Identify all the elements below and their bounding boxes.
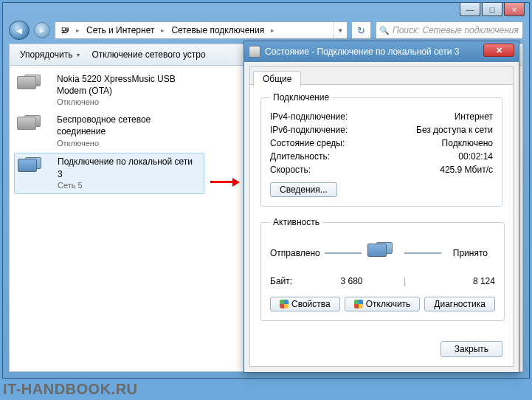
network-adapter-icon	[17, 114, 49, 142]
disable-button[interactable]: Отключить	[345, 297, 421, 311]
chevron-right-icon[interactable]: ▸	[75, 27, 81, 34]
dialog-body: Общие Подключение IPv4-подключение:Интер…	[249, 66, 514, 367]
diagnostics-button[interactable]: Диагностика	[424, 297, 495, 311]
properties-button[interactable]: Свойства	[270, 297, 340, 311]
breadcrumb[interactable]: 🖳 ▸ Сеть и Интернет ▸ Сетевые подключени…	[55, 21, 348, 39]
network-adapter-icon	[17, 73, 49, 101]
status-dialog: Состояние - Подключение по локальной сет…	[243, 41, 519, 373]
speed-value: 425.9 Мбит/с	[440, 165, 493, 175]
nav-forward-button[interactable]: ►	[34, 22, 50, 38]
network-adapter-icon	[18, 156, 50, 184]
annotation-arrow-icon	[210, 178, 240, 187]
connection-title: Беспроводное сетевое соединение	[57, 114, 193, 137]
refresh-button[interactable]: ↻	[352, 21, 371, 39]
media-label: Состояние среды:	[270, 138, 345, 148]
connection-status: Отключено	[57, 97, 193, 108]
ipv4-label: IPv4-подключение:	[270, 111, 348, 122]
dialog-title: Состояние - Подключение по локальной сет…	[265, 46, 460, 57]
chevron-right-icon[interactable]: ▸	[159, 27, 166, 34]
connection-item-nokia[interactable]: Nokia 5220 XpressMusic USB Modem (OTA) О…	[10, 70, 205, 111]
activity-line-icon	[325, 252, 362, 254]
dialog-close-button[interactable]: ✕	[483, 44, 514, 57]
window-close-button[interactable]: ×	[504, 3, 525, 16]
ipv6-value: Без доступа к сети	[416, 125, 493, 135]
maximize-button[interactable]: □	[482, 3, 502, 16]
shield-icon	[354, 300, 363, 308]
breadcrumb-root-icon[interactable]: 🖳	[55, 22, 75, 38]
recv-label: Принято	[446, 248, 495, 258]
connection-item-lan3[interactable]: Подключение по локальной сети 3 Сеть 5	[14, 153, 204, 193]
breadcrumb-dropdown[interactable]: ▾	[334, 22, 347, 38]
bytes-label: Байт:	[270, 276, 292, 286]
connection-title: Nokia 5220 XpressMusic USB Modem (OTA)	[57, 73, 193, 97]
connection-status: Отключено	[57, 138, 193, 149]
duration-label: Длительность:	[270, 151, 330, 162]
tab-content: Подключение IPv4-подключение:Интернет IP…	[250, 85, 513, 339]
tabstrip: Общие	[250, 67, 513, 85]
organize-menu[interactable]: Упорядочить	[14, 47, 86, 62]
sent-label: Отправлено	[270, 248, 320, 258]
details-button[interactable]: Сведения...	[270, 182, 337, 197]
media-value: Подключено	[442, 138, 493, 148]
dialog-titlebar[interactable]: Состояние - Подключение по локальной сет…	[244, 41, 519, 62]
tab-general[interactable]: Общие	[253, 71, 301, 87]
activity-computer-icon	[366, 239, 400, 267]
close-button[interactable]: Закрыть	[441, 341, 502, 357]
connection-group-label: Подключение	[270, 92, 332, 103]
ipv6-label: IPv6-подключение:	[270, 125, 348, 135]
chevron-right-icon[interactable]: ▸	[269, 27, 276, 34]
shield-icon	[280, 300, 289, 308]
address-bar-row: ◄ ► 🖳 ▸ Сеть и Интернет ▸ Сетевые подклю…	[9, 20, 523, 41]
minimize-button[interactable]: —	[460, 3, 480, 16]
bytes-recv-value: 8 124	[421, 276, 495, 286]
breadcrumb-network[interactable]: Сеть и Интернет	[81, 22, 159, 38]
connection-item-wireless[interactable]: Беспроводное сетевое соединение Отключен…	[10, 111, 205, 151]
watermark-text: IT-HANDBOOK.RU	[3, 381, 138, 398]
duration-value: 00:02:14	[458, 151, 493, 162]
connection-status: Сеть 5	[58, 180, 194, 191]
disable-device-button[interactable]: Отключение сетевого устро	[86, 47, 211, 62]
ipv4-value: Интернет	[455, 111, 493, 122]
breadcrumb-connections[interactable]: Сетевые подключения	[166, 22, 269, 38]
search-input[interactable]: Поиск: Сетевые подключения	[376, 21, 523, 39]
speed-label: Скорость:	[270, 165, 311, 175]
connection-title: Подключение по локальной сети 3	[58, 156, 194, 179]
dialog-icon	[249, 46, 260, 58]
nav-back-button[interactable]: ◄	[9, 21, 30, 40]
activity-group-label: Активность	[270, 217, 322, 227]
connection-group: Подключение IPv4-подключение:Интернет IP…	[260, 92, 502, 207]
bytes-sent-value: 3 680	[314, 276, 389, 286]
activity-line-icon	[404, 252, 441, 254]
activity-group: Активность Отправлено Принято Байт: 3 68…	[260, 217, 505, 321]
window-controls: — □ ×	[458, 3, 525, 16]
